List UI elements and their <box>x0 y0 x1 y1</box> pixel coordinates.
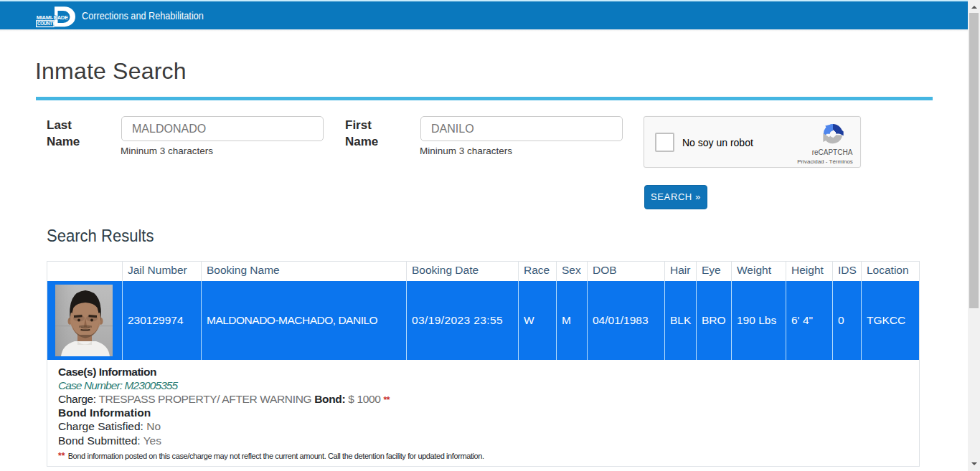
svg-text:COUNTY: COUNTY <box>37 21 56 26</box>
svg-text:DADE: DADE <box>54 14 68 21</box>
svg-text:MIAMI-: MIAMI- <box>37 14 54 21</box>
